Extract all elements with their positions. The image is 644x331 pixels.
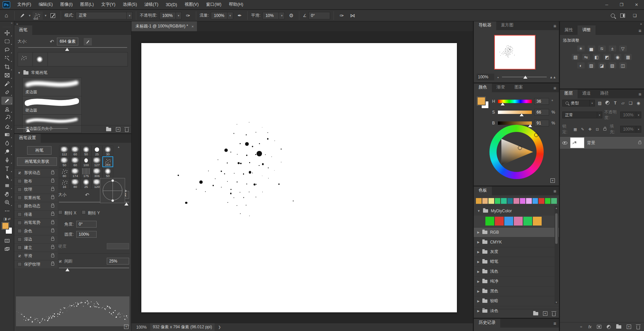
- color-lookup-icon[interactable]: ▦: [624, 54, 632, 60]
- scrollbar[interactable]: ▲▼: [555, 206, 558, 304]
- panel-menu-icon[interactable]: ≡: [636, 28, 644, 35]
- home-icon[interactable]: ⌂: [2, 11, 11, 20]
- tab-color[interactable]: 颜色: [474, 83, 492, 92]
- brightness-slider[interactable]: [498, 121, 532, 125]
- swatch[interactable]: [482, 198, 488, 204]
- exposure-icon[interactable]: ±: [609, 45, 616, 52]
- swatch[interactable]: [495, 198, 501, 204]
- chevron-down-icon[interactable]: ▾: [45, 14, 46, 17]
- brush-tip-284[interactable]: 284: [102, 156, 113, 167]
- new-swatch-icon[interactable]: +: [543, 311, 547, 316]
- swatch-group-CMYK[interactable]: ▶CMYK: [474, 237, 559, 247]
- menu-窗口[interactable]: 窗口(W): [202, 0, 225, 9]
- tab-navigator[interactable]: 导航器: [474, 21, 496, 30]
- tab-adjustments[interactable]: 调整: [578, 25, 596, 35]
- brush-size-slider[interactable]: [18, 46, 127, 51]
- swatch[interactable]: [532, 198, 538, 204]
- tools-grip[interactable]: ::::::::: [3, 26, 12, 28]
- swatch-group-MyDiyColor[interactable]: ▼MyDiyColor: [474, 206, 559, 216]
- tab-gradients[interactable]: 渐变: [492, 83, 510, 92]
- chevron-right-icon[interactable]: ▶: [477, 250, 480, 254]
- tab-brushes[interactable]: 画笔: [14, 25, 32, 35]
- swatch-group-较暗[interactable]: ▶较暗: [474, 296, 559, 306]
- toggle-brush-settings-icon[interactable]: [48, 11, 57, 20]
- menu-选择[interactable]: 选择(S): [119, 0, 141, 9]
- arrange-docs-icon[interactable]: ❏: [630, 11, 639, 20]
- crop-tool-icon[interactable]: [1, 63, 13, 71]
- lock-icon[interactable]: [51, 221, 54, 224]
- blend-mode-dropdown[interactable]: 正常▾: [76, 12, 133, 19]
- brush-tool-icon[interactable]: [1, 97, 13, 105]
- triangle-selector[interactable]: [518, 146, 522, 150]
- brush-tip-50[interactable]: 50: [102, 167, 113, 178]
- lock-position-icon[interactable]: ✥: [588, 127, 592, 132]
- lock-transparency-icon[interactable]: ▦: [573, 127, 578, 132]
- status-zoom[interactable]: 100%: [136, 325, 147, 330]
- filter-toggle-icon[interactable]: ◉: [636, 101, 641, 105]
- layer-filter-dropdown[interactable]: 类型▾: [562, 100, 595, 106]
- layer-visibility-eye-icon[interactable]: [562, 141, 567, 144]
- brush-tip-50[interactable]: 50: [59, 156, 70, 167]
- checkbox-icon[interactable]: [18, 229, 22, 233]
- hue-value[interactable]: 36: [534, 98, 549, 105]
- checkbox-icon[interactable]: [18, 237, 22, 241]
- swatch[interactable]: [501, 198, 507, 204]
- frame-tool-icon[interactable]: [1, 71, 13, 79]
- brush-tip-shape-button[interactable]: 画笔笔尖形状: [17, 157, 57, 166]
- vibrance-icon[interactable]: ▽: [619, 45, 627, 52]
- tab-channels[interactable]: 通道: [578, 90, 596, 98]
- menu-3D[interactable]: 3D(D): [162, 0, 181, 9]
- channel-mixer-icon[interactable]: ◉: [614, 54, 621, 60]
- checkbox-icon[interactable]: ✓: [18, 171, 22, 175]
- foreground-color-swatch[interactable]: [2, 222, 9, 229]
- hand-tool-icon[interactable]: [1, 190, 13, 198]
- brush-tip-127[interactable]: 127: [92, 156, 102, 167]
- brush-angle-input[interactable]: 0°: [308, 12, 330, 19]
- swap-colors-icon[interactable]: ◨ ⇄: [3, 217, 11, 221]
- screen-mode-icon[interactable]: [1, 245, 13, 253]
- smoothing-options-gear-icon[interactable]: ⚙: [287, 11, 296, 20]
- clone-stamp-tool-icon[interactable]: [1, 105, 13, 113]
- brush-list-zoom-slider[interactable]: [17, 127, 68, 132]
- menu-视图[interactable]: 视图(V): [181, 0, 202, 9]
- panel-menu-icon[interactable]: ≡: [551, 321, 559, 328]
- magic-wand-tool-icon[interactable]: [1, 54, 13, 62]
- lock-pixels-icon[interactable]: ✎: [580, 127, 585, 132]
- checkbox-icon[interactable]: ✓: [18, 254, 22, 258]
- add-mask-icon[interactable]: [597, 325, 601, 329]
- swatch-group-浅色[interactable]: ▶浅色: [474, 267, 559, 276]
- brush-angle-dial[interactable]: [100, 178, 125, 203]
- swatch-group-灰度[interactable]: ▶灰度: [474, 247, 559, 257]
- photo-filter-icon[interactable]: ◩: [603, 54, 611, 60]
- recent-brush-soft-round[interactable]: [33, 53, 48, 66]
- document-tab[interactable]: 未标题-1 @ 100%(RGB/8#) * ×: [132, 21, 197, 31]
- delete-swatch-icon[interactable]: [552, 311, 556, 316]
- shape-tool-icon[interactable]: [1, 181, 13, 190]
- checkbox-icon[interactable]: [18, 246, 22, 250]
- tab-histogram[interactable]: 直方图: [496, 21, 519, 30]
- brush-tip-80[interactable]: 80: [70, 178, 81, 189]
- chevron-right-icon[interactable]: ▶: [477, 270, 480, 273]
- selective-color-icon[interactable]: ◫: [619, 62, 627, 69]
- angle-input[interactable]: 0°: [76, 221, 97, 228]
- swatch[interactable]: [545, 198, 551, 204]
- eraser-tool-icon[interactable]: [1, 122, 13, 130]
- spacing-checkbox[interactable]: ✓间距: [58, 258, 73, 264]
- chevron-right-icon[interactable]: ▶: [477, 280, 480, 283]
- workspace-icon[interactable]: [620, 14, 625, 18]
- chevron-right-icon[interactable]: ▶: [477, 240, 480, 244]
- brush-tip-25[interactable]: 25: [81, 178, 92, 189]
- gradient-map-icon[interactable]: ▧: [609, 62, 616, 69]
- spacing-input[interactable]: 25%: [107, 258, 129, 265]
- reset-size-icon[interactable]: ↷: [50, 39, 54, 45]
- layer-row[interactable]: 背景: [560, 136, 644, 149]
- brightness-contrast-icon[interactable]: ☀: [577, 45, 585, 52]
- curves-icon[interactable]: ⧅: [598, 45, 606, 52]
- panel-menu-icon[interactable]: ≡: [551, 189, 559, 195]
- spacing-slider[interactable]: [59, 267, 129, 271]
- canvas[interactable]: [141, 43, 457, 312]
- chevron-right-icon[interactable]: ▶: [477, 260, 480, 264]
- brush-option-湿边[interactable]: 湿边: [14, 235, 58, 244]
- brush-option-散布[interactable]: 散布: [14, 177, 58, 186]
- brush-tip-112[interactable]: 112: [59, 145, 70, 156]
